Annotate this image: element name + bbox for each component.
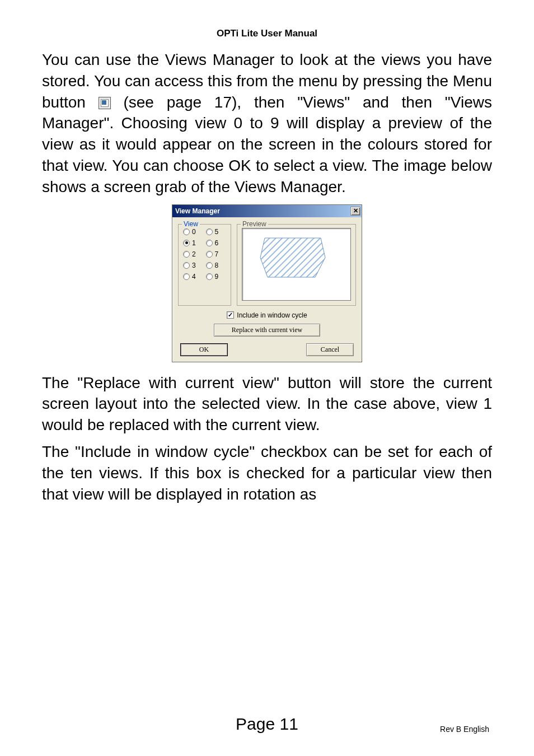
paragraph-3: The "Include in window cycle" checkbox c… bbox=[42, 441, 492, 505]
replace-button[interactable]: Replace with current view bbox=[214, 324, 320, 337]
dialog-screenshot: View Manager ✕ View 0 5 1 6 2 bbox=[42, 204, 492, 362]
radio-view-7[interactable]: 7 bbox=[206, 250, 227, 258]
preview-box bbox=[242, 228, 351, 301]
radio-view-0[interactable]: 0 bbox=[183, 228, 204, 236]
page-header: OPTi Lite User Manual bbox=[42, 28, 492, 39]
page-number: Page 11 bbox=[236, 715, 298, 734]
menu-button-icon bbox=[99, 97, 111, 109]
radio-icon bbox=[183, 228, 190, 235]
preview-pattern bbox=[259, 235, 326, 280]
preview-fieldset: Preview bbox=[237, 224, 356, 306]
radio-icon bbox=[183, 273, 190, 280]
radio-view-6[interactable]: 6 bbox=[206, 239, 227, 247]
dialog-body: View 0 5 1 6 2 7 3 8 4 9 bbox=[172, 217, 362, 362]
include-label: Include in window cycle bbox=[237, 311, 307, 319]
radio-view-2[interactable]: 2 bbox=[183, 250, 204, 258]
radio-icon bbox=[206, 262, 213, 269]
page-footer: Page 11 Rev B English bbox=[0, 715, 534, 734]
body-text-2: The "Replace with current view" button w… bbox=[42, 372, 492, 505]
radio-icon bbox=[206, 251, 213, 258]
radio-view-3[interactable]: 3 bbox=[183, 262, 204, 269]
close-button[interactable]: ✕ bbox=[350, 207, 360, 216]
view-manager-dialog: View Manager ✕ View 0 5 1 6 2 bbox=[172, 204, 362, 362]
view-legend: View bbox=[182, 220, 200, 228]
titlebar: View Manager ✕ bbox=[172, 205, 362, 217]
radio-icon bbox=[183, 251, 190, 258]
paragraph-2: The "Replace with current view" button w… bbox=[42, 372, 492, 436]
include-row[interactable]: Include in window cycle bbox=[178, 311, 356, 319]
dialog-title: View Manager bbox=[175, 207, 220, 215]
radio-grid: 0 5 1 6 2 7 3 8 4 9 bbox=[183, 228, 226, 281]
radio-view-1[interactable]: 1 bbox=[183, 239, 204, 247]
radio-icon bbox=[206, 240, 213, 246]
radio-view-8[interactable]: 8 bbox=[206, 262, 227, 269]
radio-view-9[interactable]: 9 bbox=[206, 273, 227, 281]
preview-legend: Preview bbox=[241, 220, 268, 228]
close-icon: ✕ bbox=[353, 208, 358, 214]
radio-view-5[interactable]: 5 bbox=[206, 228, 227, 236]
cancel-button[interactable]: Cancel bbox=[306, 343, 354, 356]
svg-marker-2 bbox=[260, 238, 325, 277]
body-text: You can use the Views Manager to look at… bbox=[42, 49, 492, 198]
radio-icon bbox=[206, 228, 213, 235]
radio-icon bbox=[206, 273, 213, 280]
paragraph-1: You can use the Views Manager to look at… bbox=[42, 49, 492, 198]
radio-icon bbox=[183, 262, 190, 269]
revision-label: Rev B English bbox=[440, 725, 489, 734]
view-fieldset: View 0 5 1 6 2 7 3 8 4 9 bbox=[178, 224, 231, 306]
document-page: OPTi Lite User Manual You can use the Vi… bbox=[0, 0, 534, 756]
radio-icon bbox=[183, 240, 190, 246]
include-checkbox[interactable] bbox=[227, 311, 234, 319]
ok-button[interactable]: OK bbox=[180, 343, 228, 356]
radio-view-4[interactable]: 4 bbox=[183, 273, 204, 281]
